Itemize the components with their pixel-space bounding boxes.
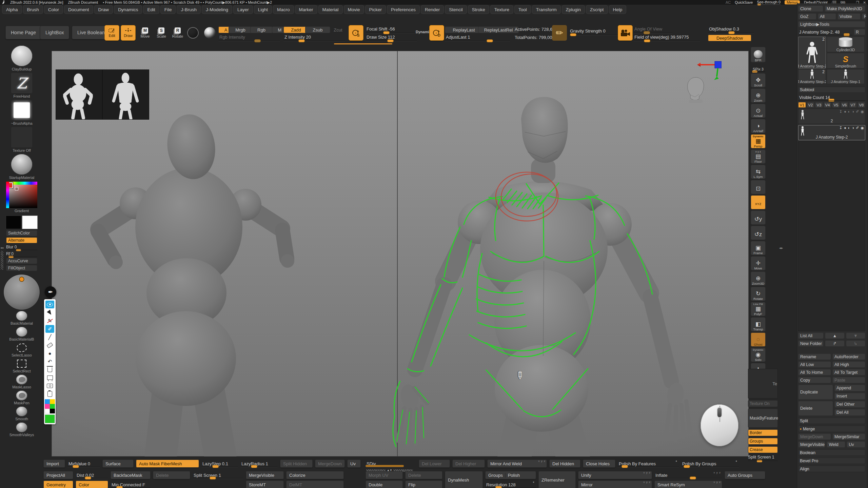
visible-count-slider[interactable]: Visible Count 14 <box>798 94 865 101</box>
item[interactable]: Edit <box>143 5 159 14</box>
palette-swatch[interactable] <box>50 409 55 413</box>
auto-groups[interactable]: Auto Groups <box>725 471 765 479</box>
align-section[interactable]: Align <box>798 466 865 472</box>
new-folder-button[interactable]: New Folder <box>798 340 824 347</box>
half-shade[interactable]: ◑ <box>852 109 854 114</box>
split-screen-slider[interactable]: Split Screen 1 <box>748 455 778 461</box>
all-to-target-button[interactable]: All To Target <box>832 369 865 375</box>
whiteboard[interactable] <box>45 374 54 382</box>
claybuildup[interactable]: ClayBuildup <box>9 45 35 72</box>
append-button[interactable]: Append <box>834 385 865 391</box>
tool-thumb-simplebrush[interactable]: S SimpleBrush <box>827 53 865 68</box>
accucurve-button[interactable]: AccuCurve <box>6 258 37 264</box>
lazystep-0-1[interactable]: LazyStep 0.1 <box>201 460 238 468</box>
flip-down[interactable]: ↧ <box>839 126 842 130</box>
home-page-button[interactable]: Home Page <box>5 26 41 39</box>
replay-last-rel-button[interactable]: ReplayLastRel <box>478 26 519 33</box>
mergedown[interactable]: MergeDown <box>315 460 345 468</box>
polish-by-features[interactable]: Polish By Features● <box>618 460 679 468</box>
item[interactable]: Light <box>254 5 272 14</box>
move-button[interactable]: MMove <box>138 25 153 41</box>
palette-swatch[interactable] <box>45 404 50 409</box>
highlighter[interactable]: ✐ <box>45 325 54 333</box>
tray-divider-arrows[interactable]: ◂▸ <box>779 246 783 250</box>
tool-thumb-cylinder3d[interactable]: Cylinder3D <box>827 37 865 52</box>
item[interactable]: Brush <box>23 5 43 14</box>
brush[interactable]: ✐ <box>856 126 859 130</box>
goz-all-button[interactable]: All <box>818 13 836 20</box>
local-lock[interactable]: ⊡ <box>751 180 766 194</box>
tool-thumb-anatomy2[interactable]: 2 J Anatomy Step-2 <box>798 69 826 84</box>
import[interactable]: Import <box>43 460 65 468</box>
zremesher[interactable]: ZRemesher <box>538 471 576 488</box>
sculpt-viewport[interactable] <box>52 51 749 456</box>
item[interactable]: Document <box>64 5 93 14</box>
floor[interactable]: x y z ▤ Floor <box>751 149 766 164</box>
thumbnail-anatomy[interactable] <box>102 69 149 120</box>
v3[interactable]: V3 <box>815 102 823 108</box>
zcut-toggle[interactable]: Zcut <box>327 26 349 33</box>
v6[interactable]: V6 <box>841 102 848 108</box>
geometry[interactable]: Geometry <box>43 481 73 488</box>
r-button[interactable]: R <box>862 13 866 20</box>
delmt[interactable]: DelMT <box>286 481 344 488</box>
item[interactable]: Macro <box>273 5 294 14</box>
border-button[interactable]: Border <box>748 429 778 436</box>
deep-shadow-button[interactable]: DeepShadow <box>708 35 751 41</box>
freehand[interactable]: Z FreeHand <box>9 73 35 99</box>
move-up-button[interactable]: ▲ <box>825 332 844 339</box>
secondary-color-swatch[interactable] <box>22 216 38 229</box>
draw-button[interactable]: Draw <box>121 25 136 41</box>
fov-camera-button[interactable] <box>618 25 633 41</box>
dynamic-draw-button[interactable]: +D <box>429 25 444 41</box>
subtool-item-1[interactable]: ↧●◐◑✐◉ 2 <box>798 109 865 124</box>
item[interactable]: Stroke <box>468 5 489 14</box>
dot[interactable]: ● <box>45 349 54 357</box>
smart-resym[interactable]: Smart ReSymx y z <box>654 481 722 488</box>
storemt[interactable]: StoreMT <box>246 481 284 488</box>
subtool-section-header[interactable]: Subtool <box>798 87 865 93</box>
zadd-toggle[interactable]: Zadd <box>283 26 309 33</box>
texture-on-button[interactable]: Texture On <box>748 400 778 407</box>
item[interactable]: Render <box>421 5 444 14</box>
make-polymesh3d-button[interactable]: Make PolyMesh3D <box>825 5 865 12</box>
blur-slider[interactable]: Blur 0 <box>6 245 37 250</box>
texture-off[interactable]: Texture Off <box>9 127 35 153</box>
goz-button[interactable]: GoZ <box>798 13 816 20</box>
rotate[interactable]: ↻ Rotate <box>751 287 766 301</box>
dist-0-02[interactable]: Dist 0.02 <box>76 471 108 479</box>
scale-button[interactable]: SScale <box>154 25 169 41</box>
move[interactable]: ✛ Move <box>751 256 766 270</box>
list-all-button[interactable]: List All <box>798 332 824 339</box>
quicksave-button[interactable]: QuickSave <box>735 0 753 4</box>
tray-scroll-indicator[interactable] <box>334 43 392 44</box>
item[interactable]: Zplugin <box>562 5 585 14</box>
gradient-label[interactable]: Gradient <box>15 208 29 214</box>
lightbox-button[interactable]: LightBox <box>40 26 69 39</box>
split-screen-1[interactable]: Split Screen 1 <box>193 471 243 479</box>
camera[interactable] <box>45 382 54 390</box>
mergevisible[interactable]: MergeVisible <box>246 471 284 479</box>
color-palette[interactable] <box>45 399 55 413</box>
morph-uv[interactable]: Morph UV <box>366 471 403 479</box>
crease-button[interactable]: Crease <box>748 446 778 453</box>
copy-button[interactable]: Copy <box>798 377 831 383</box>
item[interactable]: J-Brush <box>177 5 201 14</box>
trash[interactable] <box>45 366 54 373</box>
all-to-home-button[interactable]: All To Home <box>798 369 831 375</box>
groups[interactable]: GroupsPolish <box>485 471 536 479</box>
texture-preview[interactable]: Te <box>748 369 778 399</box>
v2[interactable]: V2 <box>807 102 814 108</box>
move-into-folder-button[interactable]: ↱ <box>825 340 844 347</box>
spix-3[interactable]: SPix 3 <box>751 63 766 72</box>
clipboard[interactable] <box>45 390 54 398</box>
stroke-picker-button[interactable]: +S <box>349 25 363 41</box>
merge-section[interactable]: •Merge <box>798 426 865 432</box>
rgb-intensity-slider[interactable]: Rgb Intensity <box>218 35 280 41</box>
item[interactable]: Picker <box>365 5 386 14</box>
merge-similar-button[interactable]: MergeSimilar <box>832 433 865 440</box>
left-tray-grip[interactable] <box>1 251 3 270</box>
actual[interactable]: ⊙ Actual <box>751 104 766 118</box>
merge-visible-button[interactable]: MergeVisible <box>798 441 825 448</box>
item[interactable]: Help <box>609 5 627 14</box>
